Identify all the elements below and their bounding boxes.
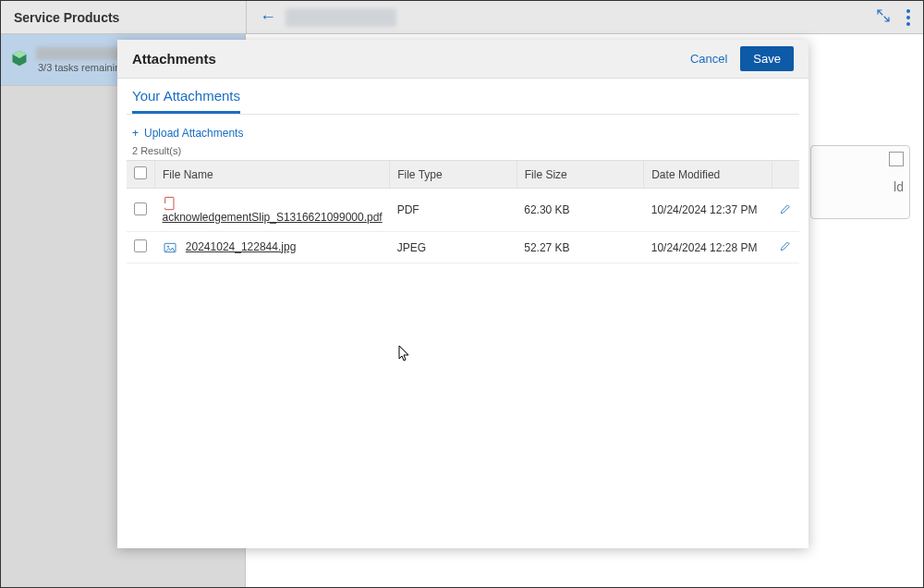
modal-header: Attachments Cancel Save: [117, 40, 808, 79]
modal-tabs: Your Attachments: [127, 79, 799, 115]
plus-icon: +: [132, 127, 139, 140]
top-bar-main: ←: [246, 1, 923, 33]
row-checkbox[interactable]: [134, 202, 147, 215]
file-type-cell: JPEG: [390, 232, 517, 263]
expand-icon[interactable]: [875, 7, 892, 27]
tab-your-attachments[interactable]: Your Attachments: [132, 88, 240, 114]
result-count: 2 Result(s): [127, 145, 799, 160]
package-icon: [10, 49, 29, 70]
file-type-cell: PDF: [390, 189, 517, 232]
file-name-link[interactable]: acknowledgementSlip_S1316621099000.pdf: [163, 211, 383, 224]
attachments-modal: Attachments Cancel Save Your Attachments…: [117, 40, 808, 548]
kebab-menu-icon[interactable]: [903, 6, 914, 30]
table-row: 20241024_122844.jpg JPEG 52.27 KB 10/24/…: [127, 232, 799, 263]
edit-icon[interactable]: [779, 205, 792, 218]
redacted-title: [286, 8, 396, 27]
date-modified-cell: 10/24/2024 12:28 PM: [644, 232, 772, 263]
file-name-link[interactable]: 20241024_122844.jpg: [186, 240, 296, 253]
svg-point-3: [167, 245, 169, 247]
table-row: acknowledgementSlip_S1316621099000.pdf P…: [127, 189, 799, 232]
redacted-item-title: [36, 47, 124, 60]
edit-icon[interactable]: [779, 242, 792, 255]
back-arrow-icon[interactable]: ←: [256, 4, 280, 31]
upload-label: Upload Attachments: [144, 127, 243, 140]
file-size-cell: 62.30 KB: [517, 189, 643, 232]
top-bar: Service Products ←: [1, 1, 923, 34]
upload-attachments-link[interactable]: + Upload Attachments: [132, 127, 243, 140]
image-file-icon: [163, 240, 177, 255]
pdf-file-icon: [163, 196, 177, 211]
col-file-type[interactable]: File Type: [390, 161, 517, 189]
date-modified-cell: 10/24/2024 12:37 PM: [644, 189, 772, 232]
background-card-fragment: ld: [810, 145, 910, 219]
page-title: Service Products: [1, 10, 246, 25]
attachments-table: File Name File Type File Size Date Modif…: [127, 160, 799, 263]
modal-title: Attachments: [132, 51, 690, 67]
col-file-size[interactable]: File Size: [517, 161, 643, 189]
select-all-checkbox[interactable]: [134, 166, 147, 179]
col-date-modified[interactable]: Date Modified: [644, 161, 772, 189]
file-size-cell: 52.27 KB: [517, 232, 643, 263]
col-file-name[interactable]: File Name: [155, 161, 390, 189]
cancel-button[interactable]: Cancel: [690, 52, 727, 66]
svg-rect-1: [164, 203, 171, 208]
save-button[interactable]: Save: [740, 46, 794, 71]
row-checkbox[interactable]: [134, 239, 147, 252]
